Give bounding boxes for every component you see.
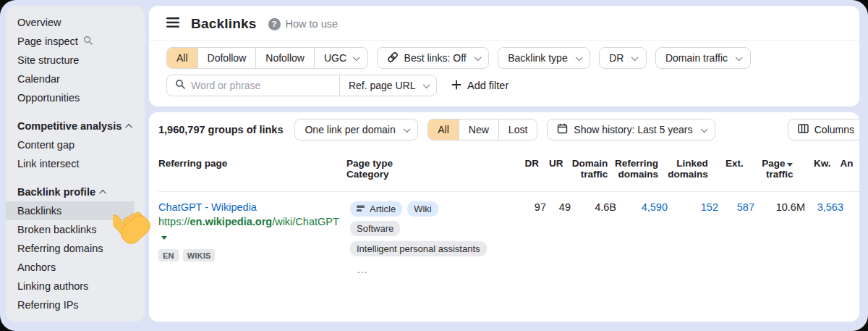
search-box — [167, 75, 339, 96]
sidebar-item-content-gap[interactable]: Content gap — [6, 135, 145, 154]
history-tab-new[interactable]: New — [459, 120, 498, 140]
col-header-domain-traffic[interactable]: Domain traffic — [563, 158, 608, 180]
url-path: /wiki/ChatGPT — [272, 216, 339, 227]
chevron-up-icon — [99, 189, 106, 196]
dr-filter-button[interactable]: DR — [599, 47, 647, 69]
sidebar-item-site-structure[interactable]: Site structure — [6, 51, 145, 70]
section-header-label: Backlink profile — [17, 186, 95, 198]
referring-page-url-link[interactable]: https://en.wikipedia.org/wiki/ChatGPT — [158, 214, 341, 243]
referring-page-cell: ChatGPT - Wikipedia https://en.wikipedia… — [158, 201, 350, 261]
best-links-label: Best links: Off — [404, 52, 467, 64]
sidebar: Overview Page inspect Site structure Cal… — [6, 6, 145, 322]
sidebar-item-page-inspect[interactable]: Page inspect — [6, 32, 145, 51]
dr-filter-label: DR — [609, 52, 624, 64]
backlink-type-button[interactable]: Backlink type — [498, 47, 590, 69]
search-input[interactable] — [191, 80, 331, 91]
filter-tab-ugc[interactable]: UGC — [314, 48, 367, 68]
domain-traffic-label: Domain traffic — [665, 52, 728, 64]
dr-value: 97 — [528, 201, 546, 213]
chevron-up-icon — [125, 123, 132, 130]
ref-page-url-label: Ref. page URL — [349, 80, 416, 91]
category-pills: Software Intelligent personal assistants — [350, 221, 528, 256]
pointer-hand-icon — [113, 209, 150, 249]
ref-page-url-select[interactable]: Ref. page URL — [339, 75, 436, 96]
url-scheme: https:// — [158, 216, 190, 227]
filter-tab-nofollow[interactable]: Nofollow — [255, 48, 314, 68]
col-header-ext[interactable]: Ext. — [708, 158, 744, 169]
sidebar-item-linking-authors[interactable]: Linking authors — [6, 277, 145, 296]
table-header-row: Referring page Page type Category DR UR … — [158, 147, 859, 192]
ext-link[interactable]: 587 — [718, 201, 754, 213]
page-title: Backlinks — [191, 16, 257, 32]
article-pill: Article — [350, 201, 402, 217]
columns-button[interactable]: Columns — [788, 119, 859, 141]
col-header-page-type-category: Page type Category — [346, 158, 521, 180]
page-type-pills: Article Wiki — [350, 201, 528, 217]
show-history-button[interactable]: Show history: Last 5 years — [547, 119, 715, 141]
sidebar-section-backlink-profile[interactable]: Backlink profile — [6, 183, 145, 201]
sidebar-item-opportunities[interactable]: Opportunities — [6, 88, 145, 107]
col-header-linked-domains[interactable]: Linked domains — [658, 158, 708, 180]
chevron-down-icon — [736, 54, 742, 60]
referring-page-title-link[interactable]: ChatGPT - Wikipedia — [158, 201, 350, 213]
col-header-dr[interactable]: DR — [522, 158, 540, 169]
how-to-use-link[interactable]: ? How to use — [268, 18, 339, 30]
chevron-down-icon — [475, 54, 481, 60]
expand-more-button[interactable]: … — [350, 263, 528, 275]
chevron-down-icon — [353, 54, 359, 60]
article-pill-label: Article — [370, 204, 396, 214]
group-mode-label: One link per domain — [305, 124, 395, 135]
wiki-pill: Wiki — [407, 201, 438, 217]
domain-traffic-button[interactable]: Domain traffic — [655, 47, 751, 69]
history-tab-all[interactable]: All — [428, 120, 459, 140]
table-row: ChatGPT - Wikipedia https://en.wikipedia… — [158, 192, 859, 275]
sidebar-item-label: Anchors — [17, 261, 56, 273]
sidebar-item-label: Backlinks — [17, 205, 61, 217]
sidebar-item-calendar[interactable]: Calendar — [6, 70, 145, 88]
sidebar-item-label: Referring domains — [17, 243, 103, 254]
sidebar-item-link-intersect[interactable]: Link intersect — [6, 154, 145, 173]
app-frame: Overview Page inspect Site structure Cal… — [0, 0, 868, 331]
filter-tab-dofollow[interactable]: Dofollow — [197, 48, 256, 68]
menu-icon[interactable] — [166, 17, 179, 30]
sidebar-section-competitive-analysis[interactable]: Competitive analysis — [6, 117, 145, 135]
col-header-page-traffic[interactable]: Page traffic — [744, 158, 793, 180]
language-badge[interactable]: EN — [158, 249, 179, 261]
sidebar-item-overview[interactable]: Overview — [6, 13, 145, 32]
sort-desc-icon — [787, 163, 793, 167]
col-header-kw[interactable]: Kw. — [793, 158, 830, 169]
history-segmented-control: All New Lost — [427, 119, 537, 141]
col-header-anchor-clipped[interactable]: An — [830, 158, 859, 169]
kw-link[interactable]: 3,563 — [805, 201, 843, 213]
show-history-label: Show history: Last 5 years — [574, 124, 692, 135]
url-dropdown-icon[interactable] — [161, 236, 167, 240]
chevron-down-icon — [701, 125, 707, 132]
col-header-referring-domains[interactable]: Referring domains — [608, 158, 658, 180]
best-links-button[interactable]: Best links: Off — [377, 47, 490, 69]
referring-domains-link[interactable]: 4,590 — [616, 201, 668, 213]
ugc-label: UGC — [324, 52, 346, 64]
col-header-ur[interactable]: UR — [539, 158, 563, 169]
chevron-down-icon — [576, 54, 582, 60]
sidebar-item-label: Site structure — [17, 54, 79, 66]
sidebar-item-anchors[interactable]: Anchors — [6, 258, 145, 277]
page-header: Backlinks ? How to use — [149, 6, 859, 40]
sidebar-item-referring-ips[interactable]: Referring IPs — [6, 296, 145, 314]
filters-panel: Backlinks ? How to use All Dofollow Nofo… — [149, 6, 859, 106]
chevron-down-icon — [631, 54, 638, 60]
linked-domains-link[interactable]: 152 — [668, 201, 718, 213]
search-icon — [83, 35, 93, 47]
filter-row-search: Ref. page URL Add filter — [166, 75, 842, 96]
col-header-category: Category — [346, 169, 521, 180]
results-count: 1,960,797 groups of links — [158, 124, 283, 135]
add-filter-button[interactable]: Add filter — [451, 80, 509, 92]
filter-tab-all[interactable]: All — [167, 48, 197, 68]
sidebar-item-label: Broken backlinks — [17, 224, 97, 235]
page-traffic-value: 10.6M — [754, 201, 805, 213]
wikis-badge[interactable]: WIKIS — [183, 249, 216, 261]
domain-traffic-value: 4.6B — [571, 201, 616, 213]
history-tab-lost[interactable]: Lost — [498, 120, 537, 140]
category-pill: Software — [350, 221, 400, 236]
group-mode-button[interactable]: One link per domain — [294, 119, 418, 141]
col-header-page-type: Page type — [346, 158, 521, 169]
